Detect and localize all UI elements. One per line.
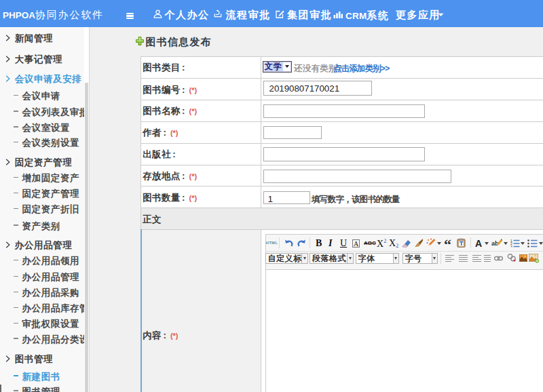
svg-text:3: 3 [510, 244, 512, 247]
